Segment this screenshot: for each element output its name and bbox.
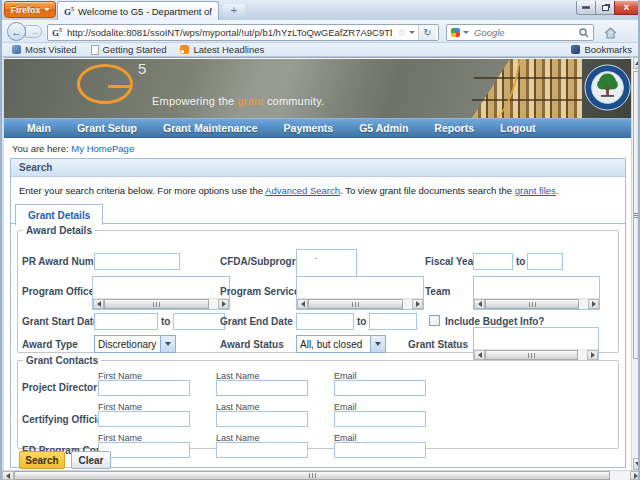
grant-files-link[interactable]: grant files: [515, 185, 556, 196]
ed-program-contact-first-name-input[interactable]: [98, 442, 190, 458]
scroll-right-button[interactable]: [412, 299, 423, 309]
scrollbar-track[interactable]: [403, 299, 412, 309]
scroll-right-button[interactable]: [588, 299, 599, 309]
award-status-select[interactable]: All, but closed: [296, 335, 386, 353]
certifying-official-first-name-input[interactable]: [98, 411, 190, 427]
close-button[interactable]: ×: [614, 1, 639, 15]
url-dropdown-icon[interactable]: [409, 31, 415, 34]
scrollbar-track[interactable]: [610, 471, 630, 480]
forward-button[interactable]: →: [25, 25, 42, 38]
bookmark-most-visited[interactable]: Most Visited: [7, 44, 82, 55]
scroll-down-button[interactable]: [633, 458, 640, 470]
page-icon: [91, 45, 99, 55]
scroll-up-button[interactable]: [633, 57, 640, 69]
restore-button[interactable]: [595, 1, 615, 15]
scroll-left-button[interactable]: [297, 299, 308, 309]
ed-program-contact-email-input[interactable]: [334, 442, 426, 458]
reload-button[interactable]: ↻: [418, 25, 436, 40]
bookmark-getting-started[interactable]: Getting Started: [86, 44, 172, 55]
project-director-last-name-input[interactable]: [216, 380, 308, 396]
dropdown-button[interactable]: [370, 336, 385, 352]
scrollbar-track[interactable]: [209, 299, 218, 309]
my-homepage-link[interactable]: My HomePage: [71, 143, 134, 154]
nav-item-main[interactable]: Main: [14, 122, 64, 134]
certifying-official-email-input[interactable]: [334, 411, 426, 427]
firefox-menu-button[interactable]: Firefox: [4, 1, 56, 18]
nav-item-grant-setup[interactable]: Grant Setup: [64, 122, 150, 134]
dropdown-button[interactable]: [160, 336, 175, 352]
g5-banner: 5 Empowering the grant community.: [4, 59, 631, 118]
program-service-area-hscrollbar[interactable]: [297, 298, 423, 309]
search-button[interactable]: Search: [19, 451, 65, 469]
url-bar[interactable]: G5 ☆ ↻: [47, 24, 439, 41]
scroll-right-button[interactable]: [630, 471, 640, 480]
scrollbar-thumb[interactable]: [104, 299, 209, 309]
forward-icon: →: [31, 27, 40, 37]
nav-item-g5-admin[interactable]: G5 Admin: [346, 122, 421, 134]
advanced-search-link[interactable]: Advanced Search: [265, 185, 340, 196]
scrollbar-thumb[interactable]: [308, 299, 403, 309]
nav-item-reports[interactable]: Reports: [421, 122, 487, 134]
tab-grant-details[interactable]: Grant Details: [15, 204, 103, 225]
grant-end-date-to-input[interactable]: [369, 313, 417, 330]
back-button[interactable]: ←: [7, 22, 26, 41]
chevron-down-icon: [165, 342, 171, 346]
scroll-left-icon: [6, 473, 10, 479]
scroll-up-icon: [635, 61, 640, 65]
web-search-input[interactable]: [472, 26, 576, 39]
grant-start-date-to-input[interactable]: [173, 313, 225, 330]
fiscal-year-to-input[interactable]: [527, 253, 563, 270]
grant-end-date-label: Grant End Date: [220, 316, 293, 327]
team-hscrollbar[interactable]: [474, 298, 599, 309]
scrollbar-track[interactable]: [579, 299, 588, 309]
program-service-area-listbox[interactable]: [296, 276, 424, 310]
scroll-right-button[interactable]: [218, 299, 229, 309]
clear-button[interactable]: Clear: [71, 451, 111, 469]
vertical-scrollbar[interactable]: [631, 57, 640, 470]
new-tab-button[interactable]: +: [223, 4, 245, 18]
project-director-email-input[interactable]: [334, 380, 426, 396]
include-budget-checkbox[interactable]: [429, 315, 440, 326]
nav-item-logout[interactable]: Logout: [487, 122, 549, 134]
scroll-left-button[interactable]: [2, 471, 14, 480]
award-type-select[interactable]: Discretionary: [94, 335, 176, 353]
scrollbar-thumb[interactable]: [633, 71, 640, 359]
pr-award-number-input[interactable]: [94, 253, 180, 270]
scrollbar-grip: [352, 302, 359, 307]
browser-tab[interactable]: G5 Welcome to G5 - Department of Educati…: [57, 1, 219, 20]
home-icon: [604, 27, 617, 39]
cfda-listbox[interactable]: .: [296, 249, 357, 277]
fiscal-year-from-input[interactable]: [473, 253, 513, 270]
scrollbar-thumb[interactable]: [485, 299, 579, 309]
grant-start-date-from-input[interactable]: [94, 313, 158, 330]
scrollbar-grip: [634, 213, 640, 218]
ed-program-contact-last-name-input[interactable]: [216, 442, 308, 458]
grant-end-date-to-label: to: [357, 316, 366, 327]
minimize-icon: [582, 6, 590, 9]
program-office-listbox[interactable]: [92, 276, 230, 310]
scroll-left-button[interactable]: [93, 299, 104, 309]
project-director-first-name-input[interactable]: [98, 380, 190, 396]
program-office-hscrollbar[interactable]: [93, 298, 229, 309]
magnifier-icon[interactable]: [579, 28, 589, 38]
certifying-official-last-name-input[interactable]: [216, 411, 308, 427]
minimize-button[interactable]: [576, 1, 596, 15]
horizontal-scrollbar[interactable]: [2, 470, 640, 480]
nav-item-payments[interactable]: Payments: [271, 122, 347, 134]
grant-start-date-label: Grant Start Date: [22, 316, 99, 327]
bookmark-star-icon[interactable]: ☆: [397, 28, 406, 38]
nav-item-grant-maintenance[interactable]: Grant Maintenance: [150, 122, 271, 134]
firefox-menu-label: Firefox: [10, 5, 40, 15]
home-button[interactable]: [600, 23, 620, 42]
scrollbar-thumb[interactable]: [14, 471, 610, 480]
team-listbox[interactable]: [473, 276, 600, 310]
g5-logo-five: 5: [138, 60, 146, 77]
breadcrumb: You are here: My HomePage: [12, 143, 134, 154]
search-engine-dropdown-icon[interactable]: [463, 31, 469, 34]
url-input[interactable]: [65, 26, 394, 39]
grant-end-date-from-input[interactable]: [296, 313, 354, 330]
bookmark-latest-headlines[interactable]: Latest Headlines: [175, 44, 269, 55]
scroll-left-button[interactable]: [474, 299, 485, 309]
bookmarks-menu-button[interactable]: Bookmarks: [566, 44, 637, 55]
search-engine-box[interactable]: [446, 24, 594, 41]
